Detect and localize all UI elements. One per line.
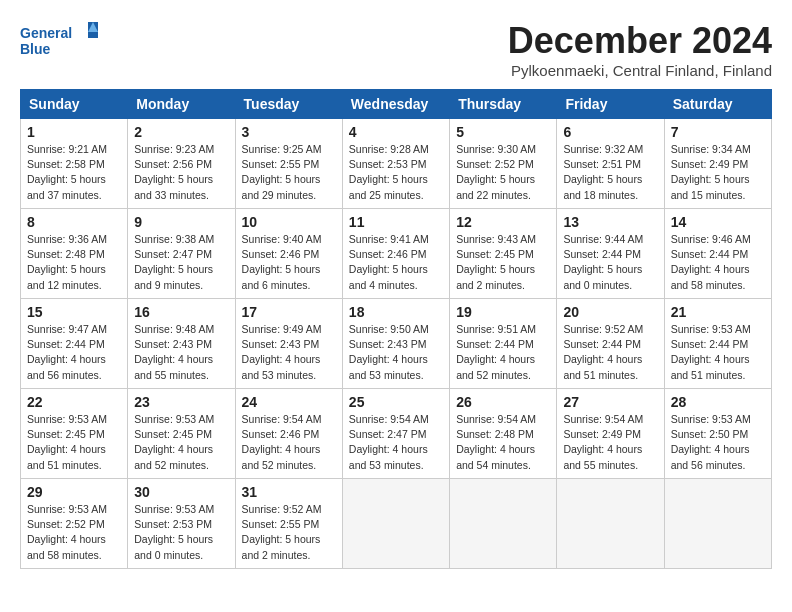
day-number: 3 [242, 124, 336, 140]
day-number: 27 [563, 394, 657, 410]
day-info: Sunrise: 9:48 AM Sunset: 2:43 PM Dayligh… [134, 322, 228, 383]
day-number: 2 [134, 124, 228, 140]
day-info: Sunrise: 9:53 AM Sunset: 2:44 PM Dayligh… [671, 322, 765, 383]
calendar-cell: 1 Sunrise: 9:21 AM Sunset: 2:58 PM Dayli… [21, 119, 128, 209]
day-info: Sunrise: 9:23 AM Sunset: 2:56 PM Dayligh… [134, 142, 228, 203]
day-number: 10 [242, 214, 336, 230]
location-title: Pylkoenmaeki, Central Finland, Finland [508, 62, 772, 79]
calendar-cell: 27 Sunrise: 9:54 AM Sunset: 2:49 PM Dayl… [557, 389, 664, 479]
calendar-cell: 23 Sunrise: 9:53 AM Sunset: 2:45 PM Dayl… [128, 389, 235, 479]
calendar-cell: 10 Sunrise: 9:40 AM Sunset: 2:46 PM Dayl… [235, 209, 342, 299]
calendar-cell: 28 Sunrise: 9:53 AM Sunset: 2:50 PM Dayl… [664, 389, 771, 479]
day-info: Sunrise: 9:54 AM Sunset: 2:47 PM Dayligh… [349, 412, 443, 473]
day-info: Sunrise: 9:34 AM Sunset: 2:49 PM Dayligh… [671, 142, 765, 203]
day-info: Sunrise: 9:53 AM Sunset: 2:53 PM Dayligh… [134, 502, 228, 563]
day-info: Sunrise: 9:44 AM Sunset: 2:44 PM Dayligh… [563, 232, 657, 293]
day-number: 1 [27, 124, 121, 140]
calendar-cell: 25 Sunrise: 9:54 AM Sunset: 2:47 PM Dayl… [342, 389, 449, 479]
col-header-monday: Monday [128, 90, 235, 119]
day-number: 11 [349, 214, 443, 230]
day-info: Sunrise: 9:53 AM Sunset: 2:45 PM Dayligh… [134, 412, 228, 473]
day-number: 19 [456, 304, 550, 320]
day-number: 23 [134, 394, 228, 410]
calendar-cell: 18 Sunrise: 9:50 AM Sunset: 2:43 PM Dayl… [342, 299, 449, 389]
calendar-cell [342, 479, 449, 569]
day-number: 28 [671, 394, 765, 410]
calendar-cell: 24 Sunrise: 9:54 AM Sunset: 2:46 PM Dayl… [235, 389, 342, 479]
day-info: Sunrise: 9:52 AM Sunset: 2:55 PM Dayligh… [242, 502, 336, 563]
day-info: Sunrise: 9:54 AM Sunset: 2:49 PM Dayligh… [563, 412, 657, 473]
day-number: 6 [563, 124, 657, 140]
col-header-tuesday: Tuesday [235, 90, 342, 119]
svg-text:General: General [20, 25, 72, 41]
day-number: 17 [242, 304, 336, 320]
day-number: 22 [27, 394, 121, 410]
day-info: Sunrise: 9:30 AM Sunset: 2:52 PM Dayligh… [456, 142, 550, 203]
day-number: 25 [349, 394, 443, 410]
day-info: Sunrise: 9:49 AM Sunset: 2:43 PM Dayligh… [242, 322, 336, 383]
calendar-cell: 7 Sunrise: 9:34 AM Sunset: 2:49 PM Dayli… [664, 119, 771, 209]
day-info: Sunrise: 9:53 AM Sunset: 2:45 PM Dayligh… [27, 412, 121, 473]
calendar-cell: 17 Sunrise: 9:49 AM Sunset: 2:43 PM Dayl… [235, 299, 342, 389]
day-number: 4 [349, 124, 443, 140]
calendar-cell: 30 Sunrise: 9:53 AM Sunset: 2:53 PM Dayl… [128, 479, 235, 569]
col-header-friday: Friday [557, 90, 664, 119]
calendar-cell: 13 Sunrise: 9:44 AM Sunset: 2:44 PM Dayl… [557, 209, 664, 299]
calendar-cell: 20 Sunrise: 9:52 AM Sunset: 2:44 PM Dayl… [557, 299, 664, 389]
day-info: Sunrise: 9:47 AM Sunset: 2:44 PM Dayligh… [27, 322, 121, 383]
day-number: 29 [27, 484, 121, 500]
calendar-cell: 21 Sunrise: 9:53 AM Sunset: 2:44 PM Dayl… [664, 299, 771, 389]
day-number: 8 [27, 214, 121, 230]
day-info: Sunrise: 9:53 AM Sunset: 2:50 PM Dayligh… [671, 412, 765, 473]
day-number: 15 [27, 304, 121, 320]
col-header-thursday: Thursday [450, 90, 557, 119]
calendar-cell [557, 479, 664, 569]
col-header-saturday: Saturday [664, 90, 771, 119]
calendar-cell: 16 Sunrise: 9:48 AM Sunset: 2:43 PM Dayl… [128, 299, 235, 389]
calendar-cell [450, 479, 557, 569]
day-info: Sunrise: 9:36 AM Sunset: 2:48 PM Dayligh… [27, 232, 121, 293]
col-header-sunday: Sunday [21, 90, 128, 119]
calendar-cell: 6 Sunrise: 9:32 AM Sunset: 2:51 PM Dayli… [557, 119, 664, 209]
calendar-cell: 11 Sunrise: 9:41 AM Sunset: 2:46 PM Dayl… [342, 209, 449, 299]
svg-text:Blue: Blue [20, 41, 51, 57]
day-number: 21 [671, 304, 765, 320]
logo-svg: General Blue [20, 20, 100, 64]
page-header: General Blue December 2024 Pylkoenmaeki,… [20, 20, 772, 79]
day-number: 24 [242, 394, 336, 410]
day-info: Sunrise: 9:53 AM Sunset: 2:52 PM Dayligh… [27, 502, 121, 563]
day-number: 20 [563, 304, 657, 320]
calendar-cell [664, 479, 771, 569]
day-number: 30 [134, 484, 228, 500]
day-number: 14 [671, 214, 765, 230]
day-info: Sunrise: 9:46 AM Sunset: 2:44 PM Dayligh… [671, 232, 765, 293]
calendar-table: SundayMondayTuesdayWednesdayThursdayFrid… [20, 89, 772, 569]
day-info: Sunrise: 9:25 AM Sunset: 2:55 PM Dayligh… [242, 142, 336, 203]
day-info: Sunrise: 9:54 AM Sunset: 2:46 PM Dayligh… [242, 412, 336, 473]
day-info: Sunrise: 9:21 AM Sunset: 2:58 PM Dayligh… [27, 142, 121, 203]
calendar-cell: 15 Sunrise: 9:47 AM Sunset: 2:44 PM Dayl… [21, 299, 128, 389]
calendar-cell: 3 Sunrise: 9:25 AM Sunset: 2:55 PM Dayli… [235, 119, 342, 209]
day-info: Sunrise: 9:28 AM Sunset: 2:53 PM Dayligh… [349, 142, 443, 203]
day-info: Sunrise: 9:51 AM Sunset: 2:44 PM Dayligh… [456, 322, 550, 383]
day-info: Sunrise: 9:54 AM Sunset: 2:48 PM Dayligh… [456, 412, 550, 473]
day-number: 12 [456, 214, 550, 230]
logo: General Blue [20, 20, 100, 64]
day-info: Sunrise: 9:52 AM Sunset: 2:44 PM Dayligh… [563, 322, 657, 383]
day-number: 18 [349, 304, 443, 320]
calendar-cell: 29 Sunrise: 9:53 AM Sunset: 2:52 PM Dayl… [21, 479, 128, 569]
calendar-cell: 9 Sunrise: 9:38 AM Sunset: 2:47 PM Dayli… [128, 209, 235, 299]
day-info: Sunrise: 9:32 AM Sunset: 2:51 PM Dayligh… [563, 142, 657, 203]
calendar-cell: 12 Sunrise: 9:43 AM Sunset: 2:45 PM Dayl… [450, 209, 557, 299]
day-number: 9 [134, 214, 228, 230]
day-number: 16 [134, 304, 228, 320]
day-number: 26 [456, 394, 550, 410]
calendar-cell: 14 Sunrise: 9:46 AM Sunset: 2:44 PM Dayl… [664, 209, 771, 299]
month-title: December 2024 [508, 20, 772, 62]
calendar-cell: 31 Sunrise: 9:52 AM Sunset: 2:55 PM Dayl… [235, 479, 342, 569]
title-block: December 2024 Pylkoenmaeki, Central Finl… [508, 20, 772, 79]
calendar-cell: 2 Sunrise: 9:23 AM Sunset: 2:56 PM Dayli… [128, 119, 235, 209]
calendar-cell: 8 Sunrise: 9:36 AM Sunset: 2:48 PM Dayli… [21, 209, 128, 299]
calendar-cell: 19 Sunrise: 9:51 AM Sunset: 2:44 PM Dayl… [450, 299, 557, 389]
day-info: Sunrise: 9:43 AM Sunset: 2:45 PM Dayligh… [456, 232, 550, 293]
